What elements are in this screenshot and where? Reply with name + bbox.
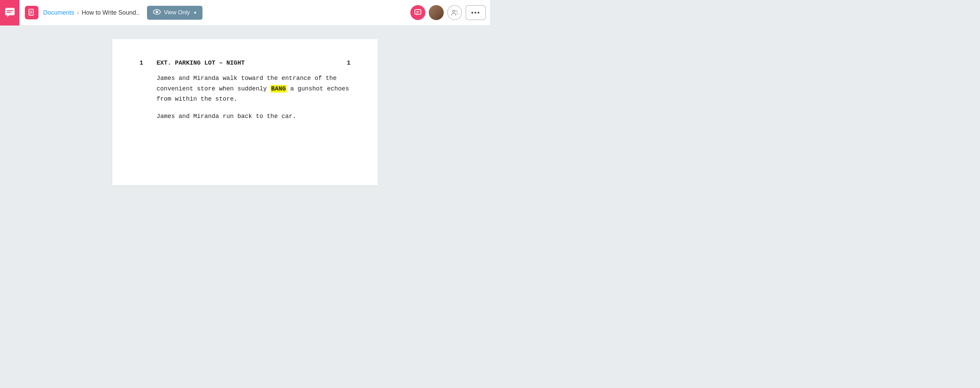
svg-rect-11 xyxy=(416,11,420,12)
app-logo[interactable] xyxy=(0,0,19,25)
svg-point-14 xyxy=(456,11,457,12)
script-paragraph-1: James and Miranda walk toward the entran… xyxy=(156,73,350,105)
chevron-down-icon: ▾ xyxy=(194,10,196,15)
svg-rect-4 xyxy=(29,9,33,15)
users-icon xyxy=(450,8,459,17)
eye-icon xyxy=(153,9,161,16)
scene-heading-row: 1 EXT. PARKING LOT – NIGHT 1 xyxy=(140,60,350,66)
svg-rect-10 xyxy=(415,10,421,14)
right-sidebar xyxy=(471,25,490,194)
logo-icon xyxy=(5,7,15,18)
view-only-button[interactable]: View Only ▾ xyxy=(147,6,202,20)
document-icon-button[interactable] xyxy=(25,6,38,19)
eye-svg xyxy=(153,9,161,14)
users-icon-button[interactable] xyxy=(447,5,462,20)
scene-number-right: 1 xyxy=(334,60,350,66)
breadcrumb: Documents › How to Write Sound.. xyxy=(43,9,140,16)
svg-rect-12 xyxy=(416,13,418,13)
svg-rect-2 xyxy=(7,10,13,11)
more-options-button[interactable]: ••• xyxy=(466,5,486,20)
chat-icon xyxy=(414,9,422,16)
document-page: 1 EXT. PARKING LOT – NIGHT 1 James and M… xyxy=(112,39,378,185)
breadcrumb-documents-link[interactable]: Documents xyxy=(43,9,74,16)
svg-rect-0 xyxy=(5,8,14,15)
script-paragraph-2: James and Miranda run back to the car. xyxy=(156,111,350,122)
more-dots-icon: ••• xyxy=(471,9,480,17)
svg-point-13 xyxy=(453,10,455,12)
script-body: James and Miranda walk toward the entran… xyxy=(156,73,350,121)
header-right-controls: ••• xyxy=(410,5,486,20)
scene-number-left: 1 xyxy=(140,60,156,66)
main-area: 1 EXT. PARKING LOT – NIGHT 1 James and M… xyxy=(0,25,490,194)
document-area: 1 EXT. PARKING LOT – NIGHT 1 James and M… xyxy=(19,25,471,194)
svg-rect-3 xyxy=(7,12,11,13)
avatar-image xyxy=(429,5,444,20)
breadcrumb-current-doc: How to Write Sound.. xyxy=(82,9,140,16)
header: Documents › How to Write Sound.. View On… xyxy=(0,0,490,25)
left-sidebar xyxy=(0,25,19,194)
document-icon xyxy=(28,9,35,16)
view-only-label: View Only xyxy=(164,9,190,16)
highlighted-word: BANG xyxy=(270,85,286,92)
svg-point-9 xyxy=(156,11,158,13)
user-avatar[interactable] xyxy=(429,5,444,20)
chat-avatar-button[interactable] xyxy=(410,5,425,20)
breadcrumb-separator: › xyxy=(77,9,79,16)
scene-heading-text: EXT. PARKING LOT – NIGHT xyxy=(156,60,334,66)
